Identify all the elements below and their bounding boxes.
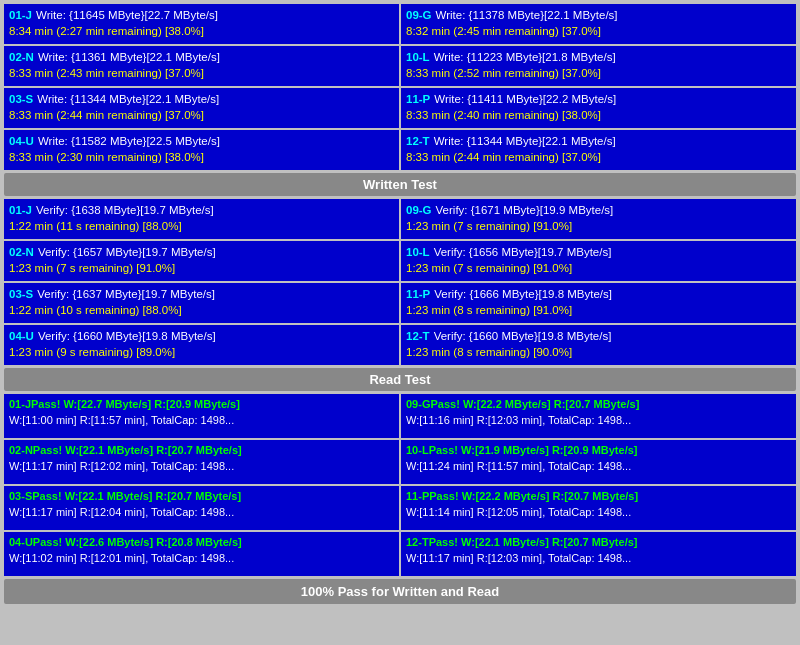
footer-bar: 100% Pass for Written and Read xyxy=(4,579,796,604)
cell-line1-text: Write: {11378 MByte}[22.1 MByte/s] xyxy=(436,7,618,23)
cell-line1-text: Pass! W:[21.9 MByte/s] R:[20.9 MByte/s] xyxy=(429,444,638,456)
device-cell-11-p: 11-PVerify: {1666 MByte}[19.8 MByte/s]1:… xyxy=(401,283,796,323)
cell-line1-text: Verify: {1666 MByte}[19.8 MByte/s] xyxy=(434,286,612,302)
cell-line1-text: Pass! W:[22.2 MByte/s] R:[20.7 MByte/s] xyxy=(429,490,638,502)
cell-line1-text: Verify: {1660 MByte}[19.8 MByte/s] xyxy=(434,328,612,344)
cell-line1-text: Write: {11582 MByte}[22.5 MByte/s] xyxy=(38,133,220,149)
device-id: 10-L xyxy=(406,244,430,260)
device-cell-04-u: 04-UVerify: {1660 MByte}[19.8 MByte/s]1:… xyxy=(4,325,399,365)
cell-line2: 1:22 min (11 s remaining) [88.0%] xyxy=(9,218,394,234)
cell-line1-text: Verify: {1638 MByte}[19.7 MByte/s] xyxy=(36,202,214,218)
device-cell-03-s: 03-SPass! W:[22.1 MByte/s] R:[20.7 MByte… xyxy=(4,486,399,530)
main-container: 01-JWrite: {11645 MByte}[22.7 MByte/s]8:… xyxy=(0,0,800,608)
cell-line2: W:[11:24 min] R:[11:57 min], TotalCap: 1… xyxy=(406,459,791,475)
device-cell-03-s: 03-SVerify: {1637 MByte}[19.7 MByte/s]1:… xyxy=(4,283,399,323)
device-id: 09-G xyxy=(406,7,432,23)
device-cell-01-j: 01-JWrite: {11645 MByte}[22.7 MByte/s]8:… xyxy=(4,4,399,44)
device-id: 04-U xyxy=(9,133,34,149)
read-header: Read Test xyxy=(4,368,796,391)
device-cell-11-p: 11-PWrite: {11411 MByte}[22.2 MByte/s]8:… xyxy=(401,88,796,128)
device-id: 11-P xyxy=(406,91,430,107)
device-cell-11-p: 11-PPass! W:[22.2 MByte/s] R:[20.7 MByte… xyxy=(401,486,796,530)
verify-section: 01-JVerify: {1638 MByte}[19.7 MByte/s]1:… xyxy=(4,199,796,365)
device-id: 11-P xyxy=(406,490,429,502)
cell-line2: W:[11:00 min] R:[11:57 min], TotalCap: 1… xyxy=(9,413,394,429)
cell-line2: 8:33 min (2:30 min remaining) [38.0%] xyxy=(9,149,394,165)
cell-line2: 1:23 min (7 s remaining) [91.0%] xyxy=(406,260,791,276)
device-cell-10-l: 10-LVerify: {1656 MByte}[19.7 MByte/s]1:… xyxy=(401,241,796,281)
device-cell-01-j: 01-JVerify: {1638 MByte}[19.7 MByte/s]1:… xyxy=(4,199,399,239)
device-id: 09-G xyxy=(406,398,430,410)
cell-line2: 1:23 min (7 s remaining) [91.0%] xyxy=(406,218,791,234)
device-id: 09-G xyxy=(406,202,432,218)
device-cell-04-u: 04-UWrite: {11582 MByte}[22.5 MByte/s]8:… xyxy=(4,130,399,170)
device-cell-12-t: 12-TPass! W:[22.1 MByte/s] R:[20.7 MByte… xyxy=(401,532,796,576)
cell-line2: 8:33 min (2:44 min remaining) [37.0%] xyxy=(9,107,394,123)
cell-line2: 1:22 min (10 s remaining) [88.0%] xyxy=(9,302,394,318)
cell-line1-text: Verify: {1656 MByte}[19.7 MByte/s] xyxy=(434,244,612,260)
cell-line1-text: Verify: {1671 MByte}[19.9 MByte/s] xyxy=(436,202,614,218)
device-cell-02-n: 02-NWrite: {11361 MByte}[22.1 MByte/s]8:… xyxy=(4,46,399,86)
cell-line2: W:[11:16 min] R:[12:03 min], TotalCap: 1… xyxy=(406,413,791,429)
cell-line1-text: Pass! W:[22.2 MByte/s] R:[20.7 MByte/s] xyxy=(430,398,639,410)
cell-line1-text: Pass! W:[22.1 MByte/s] R:[20.7 MByte/s] xyxy=(32,490,241,502)
cell-line2: 8:33 min (2:40 min remaining) [38.0%] xyxy=(406,107,791,123)
cell-line1-text: Write: {11344 MByte}[22.1 MByte/s] xyxy=(434,133,616,149)
cell-line1-text: Write: {11645 MByte}[22.7 MByte/s] xyxy=(36,7,218,23)
cell-line2: W:[11:14 min] R:[12:05 min], TotalCap: 1… xyxy=(406,505,791,521)
write-header: Written Test xyxy=(4,173,796,196)
cell-line1-text: Verify: {1637 MByte}[19.7 MByte/s] xyxy=(37,286,215,302)
cell-line1-text: Pass! W:[22.1 MByte/s] R:[20.7 MByte/s] xyxy=(33,444,242,456)
cell-line2: 8:32 min (2:45 min remaining) [37.0%] xyxy=(406,23,791,39)
cell-line2: 8:33 min (2:44 min remaining) [37.0%] xyxy=(406,149,791,165)
device-id: 01-J xyxy=(9,7,32,23)
cell-line1-text: Write: {11223 MByte}[21.8 MByte/s] xyxy=(434,49,616,65)
cell-line2: 1:23 min (9 s remaining) [89.0%] xyxy=(9,344,394,360)
cell-line2: 8:33 min (2:43 min remaining) [37.0%] xyxy=(9,65,394,81)
cell-line1-text: Verify: {1660 MByte}[19.8 MByte/s] xyxy=(38,328,216,344)
read-grid: 01-JPass! W:[22.7 MByte/s] R:[20.9 MByte… xyxy=(4,394,796,576)
read-section: 01-JPass! W:[22.7 MByte/s] R:[20.9 MByte… xyxy=(4,394,796,576)
cell-line2: W:[11:17 min] R:[12:02 min], TotalCap: 1… xyxy=(9,459,394,475)
write-grid: 01-JWrite: {11645 MByte}[22.7 MByte/s]8:… xyxy=(4,4,796,170)
device-id: 02-N xyxy=(9,444,33,456)
write-section: 01-JWrite: {11645 MByte}[22.7 MByte/s]8:… xyxy=(4,4,796,196)
device-cell-10-l: 10-LWrite: {11223 MByte}[21.8 MByte/s]8:… xyxy=(401,46,796,86)
device-cell-09-g: 09-GVerify: {1671 MByte}[19.9 MByte/s]1:… xyxy=(401,199,796,239)
device-id: 04-U xyxy=(9,328,34,344)
cell-line1-text: Pass! W:[22.6 MByte/s] R:[20.8 MByte/s] xyxy=(33,536,242,548)
device-id: 03-S xyxy=(9,490,32,502)
device-cell-09-g: 09-GPass! W:[22.2 MByte/s] R:[20.7 MByte… xyxy=(401,394,796,438)
device-id: 04-U xyxy=(9,536,33,548)
device-cell-04-u: 04-UPass! W:[22.6 MByte/s] R:[20.8 MByte… xyxy=(4,532,399,576)
device-id: 03-S xyxy=(9,91,33,107)
device-cell-01-j: 01-JPass! W:[22.7 MByte/s] R:[20.9 MByte… xyxy=(4,394,399,438)
cell-line1-text: Write: {11411 MByte}[22.2 MByte/s] xyxy=(434,91,616,107)
device-cell-12-t: 12-TVerify: {1660 MByte}[19.8 MByte/s]1:… xyxy=(401,325,796,365)
device-id: 02-N xyxy=(9,49,34,65)
device-cell-02-n: 02-NPass! W:[22.1 MByte/s] R:[20.7 MByte… xyxy=(4,440,399,484)
cell-line2: 1:23 min (8 s remaining) [91.0%] xyxy=(406,302,791,318)
cell-line2: 1:23 min (7 s remaining) [91.0%] xyxy=(9,260,394,276)
device-id: 12-T xyxy=(406,536,429,548)
verify-grid: 01-JVerify: {1638 MByte}[19.7 MByte/s]1:… xyxy=(4,199,796,365)
cell-line1-text: Pass! W:[22.1 MByte/s] R:[20.7 MByte/s] xyxy=(429,536,638,548)
device-cell-09-g: 09-GWrite: {11378 MByte}[22.1 MByte/s]8:… xyxy=(401,4,796,44)
cell-line1-text: Write: {11344 MByte}[22.1 MByte/s] xyxy=(37,91,219,107)
cell-line2: 8:33 min (2:52 min remaining) [37.0%] xyxy=(406,65,791,81)
device-cell-02-n: 02-NVerify: {1657 MByte}[19.7 MByte/s]1:… xyxy=(4,241,399,281)
device-id: 01-J xyxy=(9,398,31,410)
device-id: 10-L xyxy=(406,49,430,65)
device-id: 11-P xyxy=(406,286,430,302)
cell-line2: W:[11:17 min] R:[12:03 min], TotalCap: 1… xyxy=(406,551,791,567)
device-id: 03-S xyxy=(9,286,33,302)
device-id: 02-N xyxy=(9,244,34,260)
device-cell-03-s: 03-SWrite: {11344 MByte}[22.1 MByte/s]8:… xyxy=(4,88,399,128)
device-cell-12-t: 12-TWrite: {11344 MByte}[22.1 MByte/s]8:… xyxy=(401,130,796,170)
device-id: 10-L xyxy=(406,444,429,456)
cell-line2: W:[11:02 min] R:[12:01 min], TotalCap: 1… xyxy=(9,551,394,567)
cell-line1-text: Pass! W:[22.7 MByte/s] R:[20.9 MByte/s] xyxy=(31,398,240,410)
cell-line1-text: Verify: {1657 MByte}[19.7 MByte/s] xyxy=(38,244,216,260)
device-id: 01-J xyxy=(9,202,32,218)
device-id: 12-T xyxy=(406,328,430,344)
